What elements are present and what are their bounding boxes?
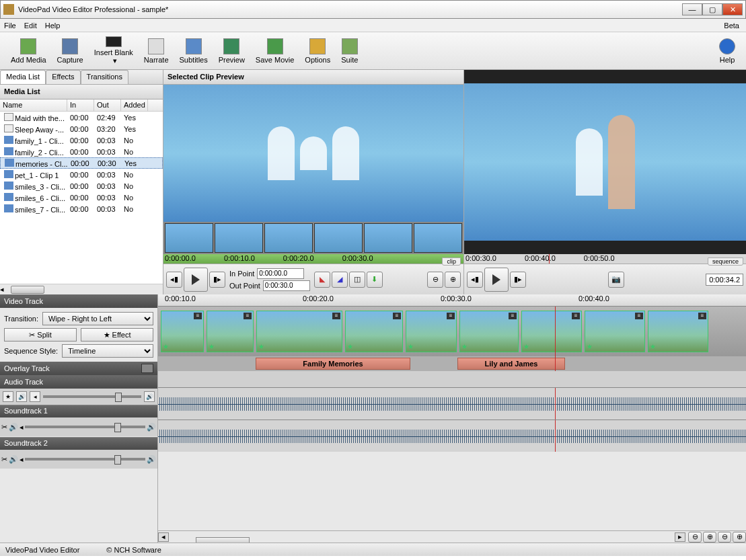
col-out[interactable]: Out xyxy=(94,99,121,111)
tl-zoom-out-button[interactable]: ⊖ xyxy=(688,532,702,543)
play-button[interactable] xyxy=(184,268,208,292)
timeline-clip[interactable]: ★≡ xyxy=(207,311,254,352)
col-in[interactable]: In xyxy=(67,99,94,111)
timeline-clip[interactable]: ★≡ xyxy=(161,311,204,352)
media-hscroll[interactable]: ◂ xyxy=(0,284,163,294)
help-button[interactable]: Help xyxy=(714,35,741,67)
timeline-clip[interactable]: ★≡ xyxy=(459,311,519,352)
media-row[interactable]: smiles_7 - Cli...00:0000:03No xyxy=(0,203,163,214)
timeline-clip[interactable]: ★≡ xyxy=(521,311,582,352)
scroll-thumb[interactable] xyxy=(196,537,250,543)
audio-vol-down-icon[interactable]: ◂ xyxy=(30,391,40,402)
timeline-clip[interactable]: ★≡ xyxy=(406,311,457,352)
preview-button[interactable]: Preview xyxy=(213,35,250,67)
scroll-left-button[interactable]: ◂ xyxy=(158,532,169,542)
timeline-ruler[interactable]: 0:00:10.00:00:20.00:00:30.00:00:40.0 xyxy=(158,294,746,307)
media-row[interactable]: family_2 - Cli...00:0000:03No xyxy=(0,146,163,157)
col-added[interactable]: Added xyxy=(121,99,148,111)
menu-help[interactable]: Help xyxy=(45,22,61,30)
soundtrack-1-lane[interactable] xyxy=(158,387,746,419)
snapshot-button[interactable]: ◫ xyxy=(349,272,365,288)
scroll-right-button[interactable]: ▸ xyxy=(675,532,685,542)
options-button[interactable]: Options xyxy=(299,35,336,67)
video-track[interactable]: ★≡★≡★≡★≡★≡★≡★≡★≡★≡ xyxy=(158,307,746,356)
st-mute-button[interactable]: 🔊 xyxy=(9,455,18,464)
beta-label: Beta xyxy=(724,22,739,30)
effect-button[interactable]: ★ Effect xyxy=(81,328,153,342)
media-row[interactable]: pet_1 - Clip 100:0000:03No xyxy=(0,169,163,180)
overlay-clip[interactable]: Lily and James xyxy=(457,358,565,370)
next-frame-button[interactable]: ▮▸ xyxy=(209,272,225,288)
tl-zoom-sel-button[interactable]: ⊕ xyxy=(733,532,746,543)
media-row[interactable]: Sleep Away -...00:0003:20Yes xyxy=(0,123,163,134)
timeline-clip[interactable]: ★≡ xyxy=(256,311,342,352)
overlay-track-header: Overlay Track xyxy=(0,362,157,375)
st-mute-button[interactable]: 🔊 xyxy=(9,423,18,432)
out-point-input[interactable] xyxy=(263,280,310,291)
menu-edit[interactable]: Edit xyxy=(24,22,37,30)
prev-frame-button[interactable]: ◂▮ xyxy=(166,272,182,288)
help-icon xyxy=(719,38,735,54)
insert-blank-button[interactable]: Insert Blank▾ xyxy=(89,35,139,67)
audio-star-button[interactable]: ★ xyxy=(3,391,13,402)
seq-play-button[interactable] xyxy=(484,268,509,292)
tab-media-list[interactable]: Media List xyxy=(0,70,46,84)
split-button[interactable]: ✂ Split xyxy=(4,328,77,342)
media-list-header: Media List xyxy=(0,85,163,99)
col-name[interactable]: Name xyxy=(0,99,67,111)
media-row[interactable]: Maid with the...00:0002:49Yes xyxy=(0,112,163,123)
st-tool-button[interactable]: ✂ xyxy=(1,423,7,432)
window-title: VideoPad Video Editor Professional - sam… xyxy=(18,5,682,13)
audio-volume-slider[interactable] xyxy=(43,395,141,398)
close-button[interactable]: ✕ xyxy=(722,3,743,15)
maximize-button[interactable]: ▢ xyxy=(702,3,722,15)
add-media-button[interactable]: Add Media xyxy=(5,35,52,67)
zoom-in-button[interactable]: ⊕ xyxy=(445,272,461,288)
mark-in-button[interactable]: ◣ xyxy=(314,272,330,288)
narrate-button[interactable]: Narrate xyxy=(139,35,174,67)
zoom-out-button[interactable]: ⊖ xyxy=(427,272,443,288)
seq-timestrip[interactable]: 0:00:30.00:00:40.00:00:50.0 xyxy=(464,254,746,264)
overlay-clip[interactable]: Family Memories xyxy=(256,358,410,370)
st-tool-button[interactable]: ✂ xyxy=(1,455,7,464)
menu-file[interactable]: File xyxy=(4,22,16,30)
st-volume-slider[interactable] xyxy=(25,426,145,428)
seq-next-button[interactable]: ▮▸ xyxy=(510,272,526,288)
audio-track-lane[interactable] xyxy=(158,371,746,387)
media-row[interactable]: smiles_3 - Cli...00:0000:03No xyxy=(0,180,163,192)
seq-style-select[interactable]: Timeline xyxy=(62,344,153,358)
suite-button[interactable]: Suite xyxy=(336,35,363,67)
media-row[interactable]: memories - Cl...00:0000:30Yes xyxy=(0,157,163,169)
overlay-track[interactable]: Family MemoriesLily and James xyxy=(158,356,746,371)
tab-transitions[interactable]: Transitions xyxy=(81,70,128,84)
subtitles-button[interactable]: Subtitles xyxy=(174,35,213,67)
seq-prev-button[interactable]: ◂▮ xyxy=(467,272,483,288)
mark-out-button[interactable]: ◢ xyxy=(332,272,348,288)
tab-effects[interactable]: Effects xyxy=(46,70,80,84)
timeline-clip[interactable]: ★≡ xyxy=(585,311,645,352)
minimize-button[interactable]: — xyxy=(682,3,702,15)
tl-zoom-in-button[interactable]: ⊕ xyxy=(703,532,716,543)
transition-select[interactable]: Wipe - Right to Left xyxy=(42,312,153,325)
save-movie-button[interactable]: Save Movie xyxy=(250,35,299,67)
clip-badge: clip xyxy=(442,257,461,266)
capture-button[interactable]: Capture xyxy=(52,35,89,67)
st-volume-slider[interactable] xyxy=(25,458,145,461)
camera-button[interactable]: 📷 xyxy=(608,272,624,288)
clip-timestrip[interactable]: 0:00:00.00:00:10.00:00:20.00:00:30.0 xyxy=(163,254,463,264)
soundtrack-label: Soundtrack 2 xyxy=(0,438,157,450)
overlay-edit-icon[interactable] xyxy=(141,364,153,373)
media-row[interactable]: family_1 - Cli...00:0000:03No xyxy=(0,134,163,146)
timeline-clip[interactable]: ★≡ xyxy=(345,311,403,352)
media-row[interactable]: smiles_6 - Cli...00:0000:03No xyxy=(0,192,163,203)
clip-preview-header: Selected Clip Preview xyxy=(163,70,463,85)
tl-zoom-fit-button[interactable]: ⊖ xyxy=(718,532,731,543)
audio-mute-button[interactable]: 🔊 xyxy=(16,391,27,402)
timeline-clip[interactable]: ★≡ xyxy=(648,311,708,352)
audio-vol-up-icon[interactable]: 🔊 xyxy=(144,391,155,402)
add-clip-button[interactable]: ⬇ xyxy=(367,272,383,288)
timeline-scrollbar[interactable]: ◂ ▸ ⊖ ⊕ ⊖ ⊕ xyxy=(158,530,746,543)
in-point-input[interactable] xyxy=(257,268,304,279)
clip-thumbstrip[interactable] xyxy=(163,222,463,254)
soundtrack-2-lane[interactable] xyxy=(158,419,746,452)
